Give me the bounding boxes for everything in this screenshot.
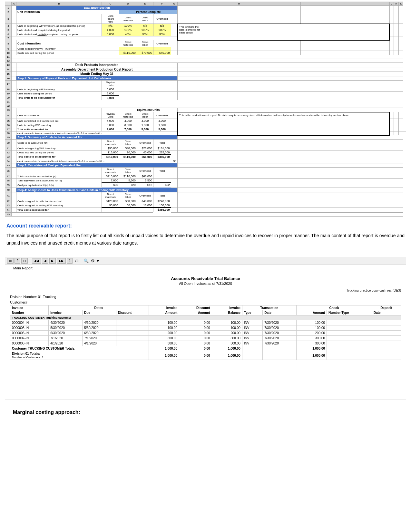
inv-disc xyxy=(116,341,149,346)
r3-a xyxy=(12,14,16,24)
r5-l xyxy=(399,28,403,32)
r10-d: $115,000 xyxy=(119,51,137,55)
r2-i xyxy=(300,10,389,14)
r6-a xyxy=(12,32,16,36)
toolbar-btn-bookmark[interactable]: ⊡ xyxy=(21,258,28,264)
r9-f xyxy=(153,47,171,51)
th-dep-date: Date xyxy=(372,310,401,315)
r5-e: 100% xyxy=(137,28,153,32)
inv-balance: 300.00 xyxy=(212,336,242,341)
r3-j xyxy=(389,14,394,24)
inv-chk-amt: 100.00 xyxy=(296,320,327,325)
inv-num-type xyxy=(327,331,372,336)
main-report-tab[interactable]: Main Report xyxy=(10,265,36,271)
inv-dep-date xyxy=(372,320,401,325)
th-due: Due xyxy=(82,310,116,315)
row-1-num: 1 xyxy=(5,6,12,10)
spreadsheet-table: A B C D E F G H I J K L 1 Data Entry Sec… xyxy=(5,2,406,217)
inv-trans-date: 7/30/2020 xyxy=(263,341,297,346)
toolbar-btn-last[interactable]: ▶▶ xyxy=(57,258,66,264)
th-balance: Balance xyxy=(212,310,242,315)
r3-g xyxy=(171,14,178,24)
r3-b xyxy=(16,14,102,24)
th-deposit: Deposit xyxy=(372,305,401,311)
inv-balance: 100.00 xyxy=(212,320,242,325)
inv-date: 4/1/2020 xyxy=(49,341,83,346)
r7 xyxy=(12,36,178,40)
col-header-k: K xyxy=(394,2,399,6)
inv-amount: 300.00 xyxy=(149,341,179,346)
row-5-num: 5 xyxy=(5,28,12,32)
toolbar-btn-prev[interactable]: ◀ xyxy=(42,258,48,264)
r9-i xyxy=(300,47,389,51)
r1-j xyxy=(389,6,394,10)
table-row: 0000005-IN 5/30/2020 5/30/2020 100.00 0.… xyxy=(10,325,401,331)
inv-num-type xyxy=(327,341,372,346)
r7-j xyxy=(389,36,394,40)
r9-l xyxy=(399,47,403,51)
th-type: Type xyxy=(242,310,262,315)
inv-num-type xyxy=(327,320,372,325)
r5-b: Units started and completed during the p… xyxy=(16,28,102,32)
r1-h xyxy=(178,6,301,10)
customer-total-amount: 1,000.00 xyxy=(149,346,179,351)
inv-balance: 200.00 xyxy=(212,331,242,336)
inv-chk-amt: 300.00 xyxy=(296,336,327,341)
r10-f: $40,000 xyxy=(153,51,171,55)
row-2-num: 2 xyxy=(5,10,12,14)
r5-a xyxy=(12,28,16,32)
r5-k xyxy=(394,28,399,32)
customer-total-chk: 1,000.00 xyxy=(296,346,327,351)
customer-totals-row: Customer TRUCKING CUSTOMER Totals: 1,000… xyxy=(10,346,401,351)
r6-c: 5,000 xyxy=(102,32,119,36)
inv-num: 0000008-IN xyxy=(10,341,49,346)
col-header-i: I xyxy=(300,2,389,6)
col-header-h: H xyxy=(178,2,301,6)
inv-num: 0000004-IN xyxy=(10,320,49,325)
r6-k xyxy=(394,32,399,36)
inv-disc xyxy=(116,331,149,336)
th-invoice-num: Invoice xyxy=(10,305,49,311)
r8-d: Directmaterials xyxy=(119,40,137,47)
customer-label: Customer# xyxy=(10,300,401,304)
r10-k xyxy=(394,51,399,55)
ar-col-header-row2: Number Invoice Due Discount Amount Amoun… xyxy=(10,310,401,315)
toolbar-btn-help[interactable]: ? xyxy=(15,258,20,264)
spreadsheet-section: A B C D E F G H I J K L 1 Data Entry Sec… xyxy=(0,0,411,218)
row-8-num: 8 xyxy=(5,40,12,47)
inv-date: 4/30/2020 xyxy=(49,320,83,325)
toolbar-btn-page1[interactable]: 1 xyxy=(67,258,73,264)
company-name: Desk Products Incorporated xyxy=(16,63,178,67)
inv-due: 4/30/2020 xyxy=(82,320,116,325)
table-row: 0000007-IN 7/1/2020 7/1/2020 300.00 0.00… xyxy=(10,336,401,341)
th-amount: Amount xyxy=(149,310,179,315)
table-row: 0000004-IN 4/30/2020 4/30/2020 100.00 0.… xyxy=(10,320,401,325)
r6-d: 40% xyxy=(119,32,137,36)
col-header-j: J xyxy=(389,2,394,6)
col-header-d: D xyxy=(119,2,137,6)
r3-i xyxy=(300,14,389,24)
ar-table: Invoice Dates Invoice Discount Invoice T… xyxy=(10,305,401,360)
row-9-num: 9 xyxy=(5,47,12,51)
toolbar-search: 🔍 xyxy=(83,258,89,263)
inv-disc-amt: 0.00 xyxy=(179,331,212,336)
toolbar-btn-first[interactable]: ◀◀ xyxy=(32,258,41,264)
r5-g xyxy=(171,28,178,32)
division-total-amount: 1,000.00 xyxy=(149,351,179,360)
r9-e xyxy=(137,47,153,51)
row-6-num: 6 xyxy=(5,32,12,36)
inv-date: 6/30/2020 xyxy=(49,331,83,336)
inv-type: INV xyxy=(242,320,262,325)
step4-header: Step 4: Assign Costs to Units Transferre… xyxy=(16,188,178,192)
toolbar-btn-layout[interactable]: ⊞ xyxy=(7,258,14,264)
r10-g xyxy=(171,51,178,55)
toolbar-btn-next[interactable]: ▶ xyxy=(49,258,56,264)
r8-h xyxy=(178,40,301,47)
th-num-type: Number/Type xyxy=(327,310,372,315)
inv-balance: 100.00 xyxy=(212,325,242,331)
division-totals-row: Division 01 Totals:Number of Customers: … xyxy=(10,351,401,360)
ar-body-text: The main purpose of that report is to fi… xyxy=(6,232,405,247)
customer-total-disc: 0.00 xyxy=(179,346,212,351)
inv-dep-date xyxy=(372,336,401,341)
customer-total-balance: 1,000.00 xyxy=(212,346,242,351)
